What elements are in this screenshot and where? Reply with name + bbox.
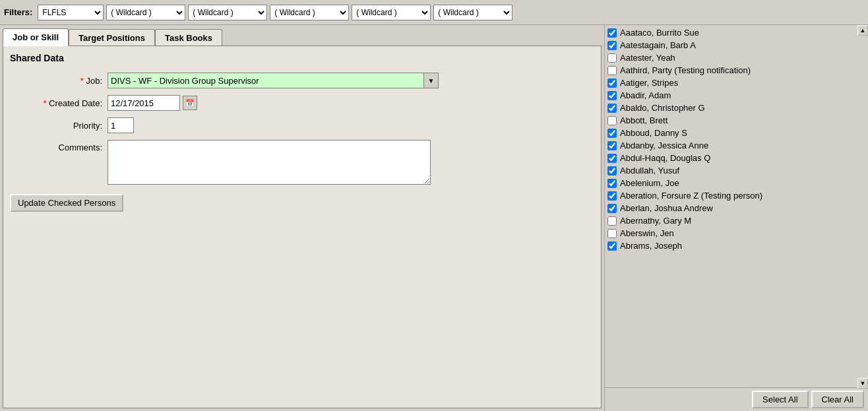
filter-main-select[interactable]: FLFLS [38,5,104,20]
person-name: Abaldo, Christopher G [620,103,705,113]
comments-label: Comments: [10,142,102,152]
person-checkbox[interactable] [607,79,617,88]
person-name: Aaataco, Burrito Sue [620,28,699,38]
person-name: Aatiger, Stripes [620,78,678,88]
tabs: Job or Skill Target Positions Task Books [3,28,602,46]
filter-wildcard-3[interactable]: ( Wildcard ) [270,5,349,20]
person-name: Aatestagain, Barb A [620,40,696,50]
person-checkbox[interactable] [607,129,617,138]
filter-wildcard-5[interactable]: ( Wildcard ) [433,5,512,20]
scrollbar-down-arrow[interactable]: ▼ [857,378,868,389]
priority-input[interactable] [108,117,134,133]
priority-row: Priority: [10,117,594,133]
date-required-star: * [43,98,46,108]
person-checkbox[interactable] [607,66,617,75]
created-date-input[interactable] [108,95,180,111]
tab-task-books[interactable]: Task Books [155,29,222,46]
priority-label: Priority: [10,121,102,131]
persons-list: Aaataco, Burrito SueAatestagain, Barb AA… [605,25,868,387]
list-item: Abdanby, Jessica Anne [607,139,856,152]
comments-textarea[interactable] [108,140,431,185]
list-item: Aberswin, Jen [607,227,856,239]
person-name: Abboud, Danny S [620,128,687,138]
select-all-button[interactable]: Select All [752,391,808,408]
person-checkbox[interactable] [607,241,617,251]
list-item: Aatiger, Stripes [607,77,856,89]
main-content: Job or Skill Target Positions Task Books… [0,25,868,411]
person-checkbox[interactable] [607,216,617,226]
filter-bar: Filters: FLFLS ( Wildcard ) ( Wildcard )… [0,0,868,25]
person-checkbox[interactable] [607,28,617,38]
person-checkbox[interactable] [607,154,617,163]
calendar-button[interactable]: 📅 [183,96,197,110]
scrollbar-up-arrow[interactable]: ▲ [857,25,868,36]
list-item: Aathird, Party (Testing notification) [607,64,856,77]
person-name: Abdul-Haqq, Douglas Q [620,153,710,163]
person-checkbox[interactable] [607,41,617,50]
person-checkbox[interactable] [607,116,617,125]
list-item: Aberlan, Joshua Andrew [607,202,856,214]
person-checkbox[interactable] [607,53,617,63]
list-item: Abbott, Brett [607,114,856,127]
list-item: Abrams, Joseph [607,239,856,252]
person-checkbox[interactable] [607,166,617,175]
job-select-wrapper: ▼ [108,73,439,88]
list-item: Abdullah, Yusuf [607,164,856,177]
list-item: Aatestagain, Barb A [607,39,856,51]
person-name: Aberswin, Jen [620,228,674,238]
list-item: Aatester, Yeah [607,51,856,64]
person-name: Aberlan, Joshua Andrew [620,203,713,213]
shared-data-title: Shared Data [10,53,594,63]
job-dropdown-button[interactable]: ▼ [424,73,439,88]
person-name: Aatester, Yeah [620,53,675,63]
job-input[interactable] [108,73,424,88]
list-item: Abernathy, Gary M [607,214,856,227]
person-name: Abadir, Adam [620,90,671,100]
person-name: Abernathy, Gary M [620,216,691,226]
person-checkbox[interactable] [607,141,617,150]
person-checkbox[interactable] [607,191,617,201]
list-item: Abelenium, Joe [607,177,856,189]
person-name: Aathird, Party (Testing notification) [620,65,751,75]
person-name: Aberation, Forsure Z (Testing person) [620,191,762,201]
list-item: Abboud, Danny S [607,127,856,139]
person-name: Abbott, Brett [620,115,667,125]
left-panel: Job or Skill Target Positions Task Books… [0,25,604,411]
tab-target-positions[interactable]: Target Positions [69,29,155,46]
job-required-star: * [80,76,84,86]
person-checkbox[interactable] [607,91,617,100]
list-item: Aberation, Forsure Z (Testing person) [607,189,856,202]
list-item: Abaldo, Christopher G [607,102,856,114]
created-date-row: * Created Date: 📅 [10,95,594,111]
clear-all-button[interactable]: Clear All [811,391,864,408]
comments-row: Comments: [10,140,594,185]
person-name: Abrams, Joseph [620,241,682,251]
filter-wildcard-4[interactable]: ( Wildcard ) [352,5,431,20]
job-label: * Job: [10,76,102,86]
person-name: Abdullah, Yusuf [620,166,679,175]
person-name: Abdanby, Jessica Anne [620,141,708,150]
person-checkbox[interactable] [607,204,617,213]
person-name: Abelenium, Joe [620,178,679,188]
form-panel: Shared Data * Job: ▼ * Created Date: 📅 [3,46,602,408]
bottom-buttons: Select All Clear All [605,387,868,411]
person-checkbox[interactable] [607,104,617,113]
filter-wildcard-1[interactable]: ( Wildcard ) [106,5,185,20]
tab-job-or-skill[interactable]: Job or Skill [3,28,69,46]
person-checkbox[interactable] [607,229,617,238]
created-date-label: * Created Date: [10,98,102,108]
filter-label: Filters: [4,7,32,17]
person-checkbox[interactable] [607,179,617,188]
list-item: Abdul-Haqq, Douglas Q [607,152,856,164]
job-row: * Job: ▼ [10,73,594,88]
list-item: Abadir, Adam [607,89,856,102]
filter-wildcard-2[interactable]: ( Wildcard ) [188,5,267,20]
list-item: Aaataco, Burrito Sue [607,26,856,39]
update-checked-persons-button[interactable]: Update Checked Persons [10,194,123,212]
right-panel: ▲ Aaataco, Burrito SueAatestagain, Barb … [604,25,868,411]
